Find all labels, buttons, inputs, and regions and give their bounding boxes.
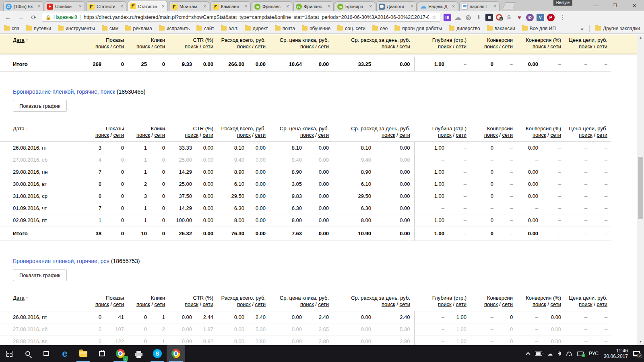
bookmark-item[interactable]: спа (4, 26, 19, 31)
scrollbar-up-arrow[interactable]: ▲ (637, 35, 644, 41)
search-filter-link[interactable]: поиск (438, 301, 452, 307)
search-filter-link[interactable]: поиск (382, 132, 395, 138)
dark-extension-icon[interactable] (485, 14, 493, 21)
tab-close-icon[interactable]: × (78, 4, 83, 9)
show-graph-button-2[interactable]: Показать график (13, 269, 67, 281)
tab-close-icon[interactable]: × (410, 4, 414, 9)
network-filter-link[interactable]: сети (456, 43, 467, 49)
bookmark-item[interactable]: сайт (196, 26, 214, 31)
browser-tab[interactable]: ruФриланс× (293, 1, 334, 11)
search-filter-link[interactable]: поиск (300, 301, 314, 307)
maximize-button[interactable]: ❐ (605, 0, 625, 11)
search-filter-link[interactable]: поиск (95, 132, 109, 138)
address-bar[interactable]: 🔒 Надежный | https://direct.yandex.ru/re… (42, 13, 440, 22)
pinterest-extension-icon[interactable]: P (547, 14, 555, 21)
scrollbar-thumb[interactable] (638, 157, 643, 219)
viber-extension-icon[interactable]: ✆ (526, 14, 534, 21)
network-filter-link[interactable]: сети (155, 132, 165, 138)
network-filter-link[interactable]: сети (400, 301, 411, 307)
network-filter-link[interactable]: сети (318, 132, 329, 138)
notifications-button[interactable]: 2 (633, 351, 640, 356)
search-filter-link[interactable]: поиск (95, 43, 109, 49)
network-filter-link[interactable]: сети (551, 132, 561, 138)
browser-tab[interactable]: Диалоги× (376, 1, 417, 11)
chrome-menu-icon[interactable]: ⋮ (559, 14, 565, 21)
search-filter-link[interactable]: поиск (579, 301, 592, 307)
search-filter-link[interactable]: поиск (382, 43, 395, 49)
onedrive-cloud-icon[interactable]: ☁ (547, 351, 553, 357)
bookmark-item[interactable]: проги для работы (394, 26, 442, 31)
search-filter-link[interactable]: поиск (579, 132, 592, 138)
language-indicator[interactable]: РУС (589, 351, 599, 356)
search-filter-link[interactable]: поиск (300, 43, 314, 49)
bookmark-item[interactable]: путевки (26, 26, 51, 31)
bookmark-star-icon[interactable]: ☆ (431, 14, 437, 21)
tab-close-icon[interactable]: × (37, 4, 41, 9)
network-filter-link[interactable]: сети (155, 43, 165, 49)
browser-tab[interactable]: Статисти× (86, 1, 126, 11)
tab-close-icon[interactable]: × (244, 4, 248, 9)
tab-close-icon[interactable]: × (368, 4, 373, 9)
network-filter-link[interactable]: сети (597, 132, 608, 138)
url-text[interactable]: https://direct.yandex.ru/registered/main… (84, 14, 429, 20)
back-icon[interactable]: ← (3, 14, 13, 21)
network-status-icon[interactable] (577, 352, 584, 356)
browser-tab[interactable]: Мои кам× (169, 1, 209, 11)
letter-i-extension-icon[interactable]: I (475, 14, 483, 21)
heart-extension-icon[interactable]: ♥ (516, 14, 523, 21)
edge-button[interactable]: e (56, 345, 74, 362)
tab-close-icon[interactable]: × (327, 4, 331, 9)
cloud-extension-icon[interactable]: ☁ (454, 14, 462, 21)
bookmark-item[interactable]: эл.т. (221, 26, 238, 31)
vk-extension-icon[interactable]: V (537, 14, 544, 21)
network-filter-link[interactable]: сети (502, 43, 513, 49)
network-filter-link[interactable]: сети (400, 132, 411, 138)
wifi-icon[interactable] (566, 352, 572, 356)
other-bookmarks[interactable]: Другие закладки (595, 26, 640, 31)
chrome-active-button[interactable] (167, 345, 185, 362)
search-filter-link[interactable]: поиск (136, 132, 150, 138)
search-filter-link[interactable]: поиск (136, 301, 150, 307)
vertical-scrollbar[interactable]: ▲ ▼ (637, 35, 644, 345)
target-extension-icon[interactable]: ◎ (464, 14, 472, 21)
network-filter-link[interactable]: сети (597, 43, 608, 49)
network-filter-link[interactable]: сети (551, 301, 561, 307)
tab-close-icon[interactable]: × (451, 4, 456, 9)
reload-icon[interactable]: ⟳ (29, 14, 39, 21)
search-filter-link[interactable]: поиск (484, 132, 498, 138)
tab-close-icon[interactable]: × (202, 4, 207, 9)
network-filter-link[interactable]: сети (551, 43, 561, 49)
bookmark-item[interactable]: исправить (159, 26, 190, 31)
bookmark-item[interactable]: дилерство (449, 26, 480, 31)
search-filter-link[interactable]: поиск (438, 132, 452, 138)
search-filter-link[interactable]: поиск (438, 43, 452, 49)
forward-icon[interactable]: → (16, 14, 26, 21)
tab-close-icon[interactable]: × (285, 4, 290, 9)
browser-tab[interactable]: Кампани× (211, 1, 251, 11)
show-graph-button-1[interactable]: Показать график (13, 100, 67, 112)
new-tab-button[interactable] (503, 2, 516, 9)
search-filter-link[interactable]: поиск (382, 301, 395, 307)
date-sort-link[interactable]: Дата (13, 125, 25, 132)
bookmark-item[interactable]: вакансии (487, 26, 515, 31)
network-filter-link[interactable]: сети (318, 301, 329, 307)
chart-extension-icon[interactable] (444, 14, 451, 21)
search-filter-link[interactable]: поиск (185, 301, 198, 307)
chrome-download-button[interactable]: ↓ (111, 345, 130, 362)
network-filter-link[interactable]: сети (400, 43, 411, 49)
network-filter-link[interactable]: сети (203, 43, 214, 49)
minimize-button[interactable]: — (586, 0, 605, 11)
search-filter-link[interactable]: поиск (95, 301, 109, 307)
browser-tab[interactable]: пароль.t× (459, 1, 500, 11)
file-explorer-button[interactable] (74, 345, 93, 362)
task-view-button[interactable] (37, 345, 56, 362)
network-filter-link[interactable]: сети (114, 301, 124, 307)
bookmark-item[interactable]: инструменты (58, 26, 95, 31)
bookmark-item[interactable]: обучение (302, 26, 330, 31)
browser-tab[interactable]: ruБрониро× (335, 1, 375, 11)
bookmark-item[interactable]: соц. сети (337, 26, 365, 31)
browser-tab[interactable]: @(1055) Вх× (3, 1, 43, 11)
campaign-link[interactable]: Бронирование пленкой, горячие, поиск (13, 88, 115, 95)
search-filter-link[interactable]: поиск (579, 43, 592, 49)
network-filter-link[interactable]: сети (318, 43, 329, 49)
